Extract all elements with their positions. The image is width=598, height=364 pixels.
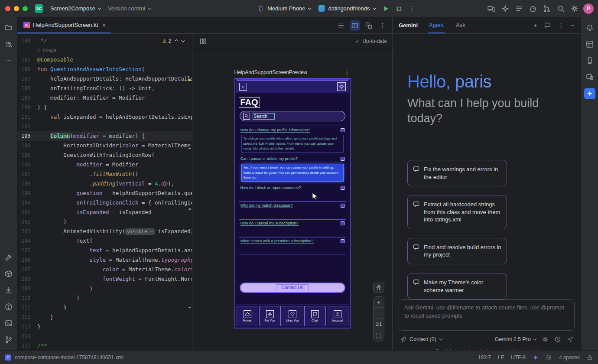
previous-problem-icon[interactable] (175, 39, 178, 43)
code-line[interactable]: 192 (17, 122, 192, 131)
minimize-window-button[interactable] (14, 6, 19, 11)
line-number[interactable]: 204 (17, 236, 37, 246)
code-line[interactable]: 187 helpAndSupportDetails: HelpAndSuppor… (17, 74, 192, 84)
gemini-settings-icon[interactable] (542, 336, 549, 343)
split-view-button[interactable] (350, 20, 360, 31)
line-number[interactable]: 186 (17, 65, 37, 74)
more-toolwindows-button[interactable]: ⋯ (2, 54, 16, 68)
line-number[interactable]: 196 (17, 160, 37, 169)
line-number[interactable]: 195 (17, 150, 37, 160)
project-toolwindow-button[interactable] (2, 21, 16, 35)
code-line[interactable]: 210 ) (17, 293, 192, 303)
ai-actions-button[interactable] (499, 3, 511, 15)
structure-list-button[interactable] (513, 3, 525, 15)
run-config-selector[interactable]: datingandfriends (315, 3, 379, 13)
line-number[interactable]: 202 (17, 217, 37, 227)
caret-position[interactable]: 193:7 (478, 354, 491, 361)
settings-button[interactable] (569, 3, 581, 15)
zoom-reset-button[interactable]: 1:1 (373, 319, 384, 330)
line-number[interactable]: 215 (17, 341, 37, 350)
line-number[interactable] (17, 46, 37, 55)
hide-panel-button[interactable]: − (571, 22, 575, 29)
line-number[interactable]: 192 (17, 122, 37, 131)
line-number[interactable]: 201 (17, 208, 37, 217)
line-number[interactable]: 209 (17, 284, 37, 293)
line-number[interactable]: 213 (17, 322, 37, 332)
preview-options-icon[interactable]: ⋮ (344, 68, 351, 76)
line-number[interactable]: 197 (17, 169, 37, 179)
search-button[interactable] (555, 3, 567, 15)
code-line[interactable]: 203 AnimatedVisibility(visible = isExpan… (17, 227, 192, 236)
line-number[interactable]: 210 (17, 293, 37, 303)
problems-toolwindow-button[interactable] (2, 300, 16, 314)
device-mirroring-button[interactable] (485, 3, 497, 15)
code-line[interactable]: 198 .padding(vertical = 4.dp), (17, 179, 192, 188)
code-line[interactable]: 188 onTrailingIconClick: () -> Unit, (17, 84, 192, 93)
line-number[interactable]: 185 (17, 55, 37, 65)
zoom-window-button[interactable] (23, 6, 28, 11)
history-icon[interactable] (554, 336, 561, 343)
code-line[interactable]: 211 } (17, 303, 192, 312)
line-number[interactable]: 211 (17, 303, 37, 312)
line-number[interactable]: 194 (17, 141, 37, 150)
debug-button[interactable] (393, 3, 405, 15)
preview-layout-button[interactable] (198, 36, 208, 46)
comment-icon[interactable] (544, 22, 551, 29)
phone-preview[interactable]: ‹ FAQ (234, 78, 351, 328)
code-review-button[interactable] (541, 3, 553, 15)
version-control-toolwindow-button[interactable] (2, 333, 16, 347)
gemini-toolwindow-button[interactable] (583, 87, 597, 101)
zoom-fit-button[interactable] (373, 330, 384, 341)
line-number[interactable]: 190 (17, 103, 37, 112)
device-selector[interactable]: Medium Phone (254, 3, 314, 14)
code-line[interactable]: 209 ) (17, 284, 192, 293)
code-editor[interactable]: 184 */1 Usage185@Composable186fun Questi… (17, 34, 192, 350)
running-devices-button[interactable] (583, 70, 597, 84)
code-line[interactable]: 189 modifier: Modifier = Modifier (17, 93, 192, 103)
line-number[interactable]: 200 (17, 198, 37, 208)
assistant-status-icon[interactable] (546, 354, 552, 361)
code-line[interactable]: 195 QuestionWithTrailingIconRow( (17, 150, 192, 160)
code-line[interactable]: 206 style = MaterialTheme.typography.bod… (17, 255, 192, 265)
project-selector[interactable]: Screen2Compose (47, 3, 104, 13)
more-run-actions-button[interactable]: ⋮ (406, 3, 418, 15)
suggestion-card[interactable]: Fix the warnings and errors in the edito… (407, 160, 507, 186)
code-line[interactable]: 190) { (17, 103, 192, 112)
inlay-hint-row[interactable]: 1 Usage (17, 46, 192, 55)
suggestion-card[interactable]: Find and resolve build errors in my proj… (407, 238, 507, 264)
code-line[interactable]: 197 .fillMaxWidth() (17, 169, 192, 179)
profile-button[interactable]: P (582, 3, 595, 15)
line-number[interactable]: 212 (17, 312, 37, 322)
code-line[interactable]: 213} (17, 322, 192, 332)
line-number[interactable]: 199 (17, 188, 37, 198)
packages-toolwindow-button[interactable] (2, 267, 16, 281)
line-number[interactable]: 206 (17, 255, 37, 265)
more-vertical-icon[interactable]: ⋮ (558, 22, 564, 29)
code-line[interactable]: 207 color = MaterialTheme.colorScheme.on… (17, 265, 192, 274)
code-line[interactable]: 186fun QuestionAndAnswerInfoSection( (17, 65, 192, 74)
build-toolwindow-button[interactable] (2, 250, 16, 264)
tab-ask[interactable]: Ask (455, 17, 466, 33)
layout-view-button[interactable] (364, 20, 374, 31)
profiler-button[interactable] (527, 3, 539, 15)
code-line[interactable]: 191 val isExpanded = helpAndSupportDetai… (17, 112, 192, 122)
suggestion-card[interactable]: Make my Theme's color scheme warmer (407, 273, 507, 299)
attach-context-icon[interactable] (400, 336, 406, 343)
line-number[interactable]: 207 (17, 265, 37, 274)
line-number[interactable]: 189 (17, 93, 37, 103)
editor-tab[interactable]: K HelpAndSupportScreen.kt × (17, 17, 110, 33)
tab-options-button[interactable]: ⋮ (377, 20, 388, 31)
line-number[interactable]: 187 (17, 74, 37, 84)
lock-icon[interactable] (587, 354, 593, 361)
terminal-toolwindow-button[interactable] (2, 316, 16, 330)
code-line[interactable]: 204 Text( (17, 236, 192, 246)
line-number[interactable]: 188 (17, 84, 37, 93)
code-line[interactable]: 194 HorizontalDivider(color = MaterialTh… (17, 141, 192, 150)
preview-canvas[interactable]: HelpAndSupportScreenPreview ⋮ ‹ (192, 49, 392, 350)
code-line[interactable]: 208 fontWeight = FontWeight.Normal (17, 274, 192, 284)
line-number[interactable]: 193 (17, 131, 37, 141)
collaboration-toolwindow-button[interactable] (2, 37, 16, 51)
inspections-widget[interactable]: ⚠ 2 (159, 37, 187, 45)
line-number[interactable]: 184 (17, 36, 37, 46)
vcs-selector[interactable]: Version control (104, 3, 154, 13)
